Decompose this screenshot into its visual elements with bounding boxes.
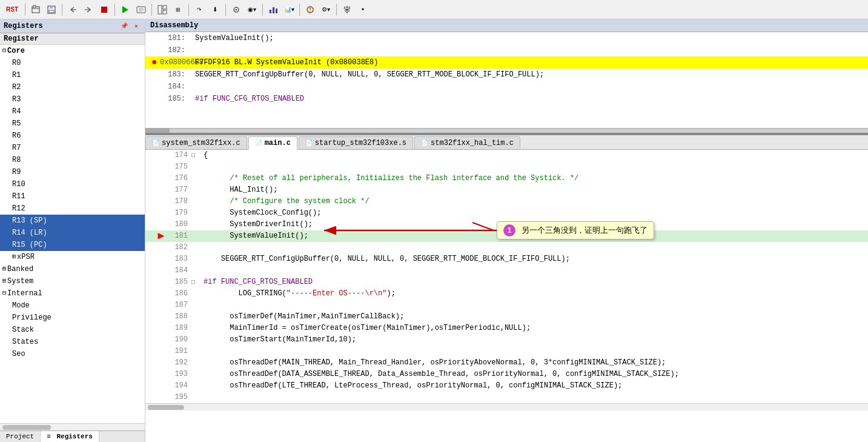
- linenum-187: 187: [167, 300, 191, 311]
- expand-185[interactable]: □: [191, 276, 201, 288]
- save-button[interactable]: [44, 2, 59, 17]
- tab-project[interactable]: Project: [0, 431, 41, 442]
- window-layout-button[interactable]: [155, 2, 170, 17]
- banked-expand-icon[interactable]: ⊞: [2, 264, 6, 275]
- code-line-182: 182: [145, 242, 868, 253]
- linenum-182: 182: [167, 242, 191, 253]
- r0-label: R0: [12, 58, 21, 69]
- code-176: /* Reset of all peripherals, Initializes…: [201, 173, 868, 184]
- code-line-192: 192 osThreadDef(MAIN_THREAD, Main_Thread…: [145, 357, 868, 369]
- reg-group-banked[interactable]: ⊞ Banked: [0, 263, 145, 275]
- reg-group-core[interactable]: ⊟ Core: [0, 45, 145, 57]
- panel-header-icons: 📌 ✕: [119, 21, 141, 31]
- internal-expand-icon[interactable]: ⊟: [2, 288, 6, 299]
- reg-r13[interactable]: R13 (SP): [0, 215, 145, 227]
- step-into-button[interactable]: ⬇: [208, 2, 222, 17]
- view2-button[interactable]: ◉▾: [245, 2, 259, 17]
- linenum-194: 194: [167, 380, 191, 392]
- mode-label: Mode: [12, 300, 30, 311]
- tab-system-stm32[interactable]: 📄 system_stm32f1xx.c: [145, 136, 247, 149]
- view-button[interactable]: [229, 2, 244, 17]
- disassembly-area[interactable]: 181: SystemValueInit(); 182: ● 0x080066B…: [145, 32, 868, 135]
- code-line-183: 183 SEGGER_RTT_ConfigUpBuffer(0, NULL, N…: [145, 253, 868, 265]
- reg-r5[interactable]: R5: [0, 118, 145, 130]
- annotation-text: 另一个三角没到，证明上一句跑飞了: [522, 226, 648, 235]
- reg-r12[interactable]: R12: [0, 203, 145, 215]
- chart2-button[interactable]: 📊▾: [282, 2, 296, 17]
- disasm-line-183: 183: SEGGER_RTT_ConfigUpBuffer(0, NULL, …: [145, 69, 868, 81]
- step-button[interactable]: ↷: [192, 2, 207, 17]
- code-185: #if FUNC_CFG_RTOS_ENABLED: [201, 276, 868, 288]
- code-line-175: 175: [145, 161, 868, 173]
- reg-group-system[interactable]: ⊞ System: [0, 275, 145, 287]
- panel-pin-icon[interactable]: 📌: [119, 21, 129, 31]
- reg-r7[interactable]: R7: [0, 142, 145, 154]
- r5-label: R5: [12, 118, 21, 129]
- nav-back-button[interactable]: [65, 2, 80, 17]
- reg-seo[interactable]: Seo: [0, 348, 145, 360]
- tab-main-c[interactable]: 📄 main.c: [248, 136, 297, 150]
- tab-hal-tim[interactable]: 📄 stm32f1xx_hal_tim.c: [414, 136, 520, 149]
- tab-hal-icon: 📄: [421, 139, 428, 147]
- code-line-193: 193 osThreadDef(DATA_ASSEMBLE_THREAD, Da…: [145, 369, 868, 380]
- panel-close-icon[interactable]: ✕: [131, 21, 141, 31]
- tab-registers[interactable]: ≡ Registers: [41, 431, 99, 442]
- registers-scrollbar-h[interactable]: [0, 423, 145, 430]
- reg-privilege[interactable]: Privilege: [0, 312, 145, 324]
- toolbar-separator-8: [299, 4, 300, 16]
- linenum-190: 190: [167, 334, 191, 346]
- reg-r11[interactable]: R11: [0, 190, 145, 203]
- svg-rect-4: [49, 10, 54, 13]
- r10-label: R10: [12, 179, 25, 190]
- reg-r1[interactable]: R1: [0, 69, 145, 81]
- registers-panel-title: Registers: [4, 22, 43, 30]
- r9-label: R9: [12, 167, 21, 178]
- code-area[interactable]: 174 □ { 175 176 /* Reset of all peripher…: [145, 150, 868, 442]
- reg-r15[interactable]: R15 (PC): [0, 239, 145, 251]
- rst-button[interactable]: RST: [2, 2, 22, 17]
- nav-forward-button[interactable]: [81, 2, 96, 17]
- reg-mode[interactable]: Mode: [0, 300, 145, 312]
- disasm-num-185: 185:: [160, 93, 190, 104]
- reg-r8[interactable]: R8: [0, 154, 145, 166]
- expand-174[interactable]: □: [191, 150, 201, 161]
- disasm-line-181: 181: SystemValueInit();: [145, 32, 868, 44]
- window-layout2-button[interactable]: ⊞: [171, 2, 185, 17]
- reg-xpsr[interactable]: ⊞ xPSR: [0, 251, 145, 263]
- r11-label: R11: [12, 191, 25, 202]
- code-line-189: 189 MainTimerId = osTimerCreate(osTimer(…: [145, 323, 868, 334]
- reg-r10[interactable]: R10: [0, 178, 145, 190]
- reg-r2[interactable]: R2: [0, 81, 145, 93]
- reg-r4[interactable]: R4: [0, 105, 145, 118]
- reg-r9[interactable]: R9: [0, 166, 145, 178]
- chart-button[interactable]: [266, 2, 280, 17]
- code-scrollbar-h[interactable]: [145, 403, 868, 410]
- tab-startup[interactable]: 📄 startup_stm32f103xe.s: [299, 136, 413, 149]
- run-button[interactable]: [118, 2, 133, 17]
- xpsr-expand-icon[interactable]: ⊞: [12, 252, 16, 263]
- r12-label: R12: [12, 203, 25, 214]
- linenum-178: 178: [167, 196, 191, 207]
- reg-stack[interactable]: Stack: [0, 324, 145, 336]
- reg-r0[interactable]: R0: [0, 57, 145, 69]
- system-expand-icon[interactable]: ⊞: [2, 276, 6, 287]
- open-file-button[interactable]: [28, 2, 43, 17]
- reg-r6[interactable]: R6: [0, 130, 145, 142]
- settings-dropdown-button[interactable]: ▾: [356, 2, 370, 17]
- debug2-button[interactable]: ⚙▾: [319, 2, 333, 17]
- settings-button[interactable]: [340, 2, 354, 17]
- reg-states[interactable]: States: [0, 336, 145, 348]
- toolbar-separator-5: [188, 4, 189, 16]
- toolbar: RST ⊞ ↷ ⬇ ◉▾ 📊▾ ⚙▾ ▾: [0, 0, 868, 19]
- disasm-line-185: 185: #if FUNC_CFG_RTOS_ENABLED: [145, 93, 868, 105]
- stop-button[interactable]: [97, 2, 111, 17]
- reg-r3[interactable]: R3: [0, 93, 145, 105]
- debug-button[interactable]: [303, 2, 317, 17]
- svg-rect-1: [33, 5, 36, 7]
- disasm-scrollbar-h[interactable]: [145, 128, 868, 133]
- breakpoints-button[interactable]: [134, 2, 148, 17]
- reg-group-internal[interactable]: ⊟ Internal: [0, 287, 145, 300]
- svg-rect-3: [50, 6, 53, 8]
- reg-r14[interactable]: R14 (LR): [0, 227, 145, 239]
- core-expand-icon[interactable]: ⊟: [2, 45, 6, 56]
